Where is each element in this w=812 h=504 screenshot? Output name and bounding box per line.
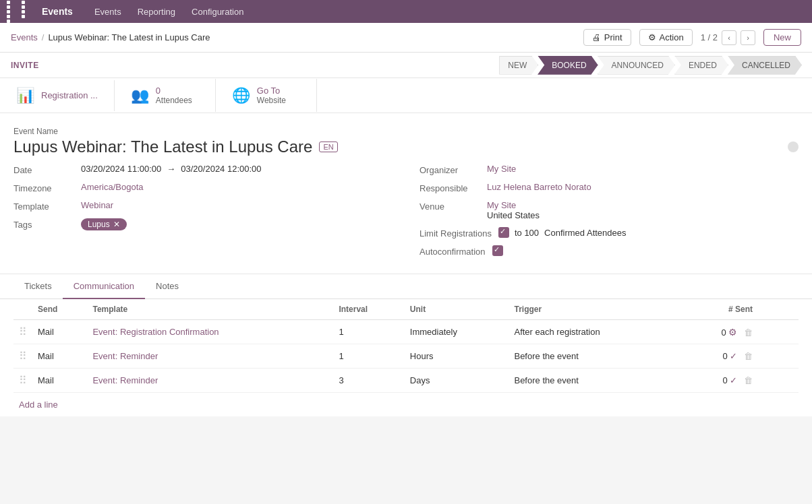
timezone-value[interactable]: America/Bogota [81,182,393,192]
col-send: Send [32,299,87,320]
tag-remove-icon[interactable]: ✕ [113,220,120,229]
drag-handle-icon[interactable]: ⠿ [19,326,27,338]
form-right: Organizer My Site Responsible Luz Helena… [419,160,799,260]
website-label: Website [257,96,286,105]
template-cell-1[interactable]: Event: Registration Confirmation [87,320,333,344]
check-icon-3[interactable]: ✓ [730,375,737,385]
sent-count-3: 0 [723,375,728,385]
limit-label: Limit Registrations [419,227,492,239]
website-smart-btn[interactable]: 🌐 Go To Website [216,79,317,112]
trash-icon-3[interactable]: 🗑 [744,375,753,385]
secondary-actions: 🖨 Print ⚙ Action 1 / 2 ‹ › New [583,29,801,46]
drag-handle-icon[interactable]: ⠿ [19,375,27,386]
autoconfirm-checkbox[interactable] [492,245,503,256]
autoconfirm-label: Autoconfirmation [419,245,486,257]
unit-cell-3: Days [405,369,509,393]
table-row: ⠿ Mail Event: Reminder 3 Days Before the… [13,369,799,393]
step-new-label: NEW [508,61,527,70]
template-cell-3[interactable]: Event: Reminder [87,369,333,393]
trigger-cell-1: After each registration [509,320,682,344]
date-start[interactable]: 03/20/2024 11:00:00 [81,164,161,174]
pipeline-step-booked[interactable]: BOOKED [538,56,598,75]
invite-bar: INVITE NEW BOOKED ANNOUNCED ENDED CANCEL… [0,53,812,78]
drag-handle-cell-3: ⠿ [13,369,32,393]
tab-notes[interactable]: Notes [145,274,190,299]
sent-count-2: 0 [723,351,728,361]
registration-btn-text: Registration ... [41,90,98,100]
tags-label: Tags [13,218,74,230]
check-icon-2[interactable]: ✓ [730,351,737,361]
timezone-field-row: Timezone America/Bogota [13,179,393,197]
interval-cell-1: 1 [333,320,404,344]
template-cell-2[interactable]: Event: Reminder [87,344,333,369]
registration-smart-btn[interactable]: 📊 Registration ... [0,80,115,111]
col-actions [758,299,799,320]
pipeline-step-new[interactable]: NEW [499,56,538,75]
breadcrumb-parent[interactable]: Events [11,32,38,42]
col-template: Template [87,299,333,320]
communication-table-area: Send Template Interval Unit Trigger # Se… [0,299,812,416]
date-label: Date [13,164,74,175]
pipeline-step-cancelled[interactable]: CANCELLED [728,56,802,75]
send-cell-2: Mail [32,344,87,369]
step-cancelled-label: CANCELLED [742,61,790,70]
send-cell-3: Mail [32,369,87,393]
template-value[interactable]: Webinar [81,200,393,210]
venue-name[interactable]: My Site [487,200,799,210]
table-row: ⠿ Mail Event: Registration Confirmation … [13,320,799,344]
responsible-value[interactable]: Luz Helena Barreto Norato [487,182,799,192]
print-label: Print [604,32,622,42]
trash-icon-2[interactable]: 🗑 [744,351,753,361]
nav-item-events[interactable]: Events [86,0,129,23]
attendees-icon: 👥 [131,87,149,104]
sent-cell-3: 0 ✓ 🗑 [683,369,758,393]
communication-table: Send Template Interval Unit Trigger # Se… [13,299,799,393]
tabs-bar: Tickets Communication Notes [0,274,812,299]
invite-button[interactable]: INVITE [11,61,39,70]
form-area: Event Name Lupus Webinar: The Latest in … [0,113,812,274]
pipeline-step-ended[interactable]: ENDED [674,56,728,75]
globe-icon: 🌐 [232,87,250,104]
action-button[interactable]: ⚙ Action [639,29,693,46]
attendees-smart-btn[interactable]: 👥 0 Attendees [115,79,216,112]
trash-icon-1[interactable]: 🗑 [744,327,753,338]
add-line-button[interactable]: Add a line [13,393,63,416]
printer-icon: 🖨 [592,32,601,42]
title-en: Lupus Webinar: The Latest in Lupus Care … [13,137,338,156]
pager-next[interactable]: › [741,30,755,45]
autoconfirm-field-row: Autoconfirmation [419,242,799,260]
tab-communication[interactable]: Communication [63,274,145,299]
limit-checkbox[interactable] [498,227,509,238]
action-label: Action [660,32,684,42]
breadcrumb-separator: / [42,32,45,42]
pipeline-step-announced[interactable]: ANNOUNCED [598,56,675,75]
date-end[interactable]: 03/20/2024 12:00:00 [181,164,261,174]
col-unit: Unit [405,299,509,320]
nav-item-configuration[interactable]: Configuration [183,0,252,23]
app-name[interactable]: Events [42,6,73,17]
pager-prev[interactable]: ‹ [722,30,736,45]
print-button[interactable]: 🖨 Print [583,29,631,46]
col-drag [13,299,32,320]
pager-count: 1 / 2 [701,32,718,42]
new-button[interactable]: New [763,29,801,46]
date-field-row: Date 03/20/2024 11:00:00 → 03/20/2024 12… [13,160,393,179]
chart-icon: 📊 [16,87,34,104]
gear-icon: ⚙ [648,32,656,42]
drag-handle-icon[interactable]: ⠿ [19,350,27,362]
action-cell-2 [758,344,799,369]
limit-row: to 100 Confirmed Attendees [498,227,627,238]
event-title[interactable]: Lupus Webinar: The Latest in Lupus Care [13,137,312,156]
tab-tickets[interactable]: Tickets [13,274,63,299]
attendees-count: 0 [156,86,161,96]
form-left: Date 03/20/2024 11:00:00 → 03/20/2024 12… [13,160,393,260]
registration-label: Registration ... [41,90,98,100]
breadcrumb: Events / Lupus Webinar: The Latest in Lu… [11,32,210,42]
sent-count-1: 0 [722,327,726,338]
trigger-cell-2: Before the event [509,344,682,369]
template-field-row: Template Webinar [13,197,393,215]
organizer-value[interactable]: My Site [487,164,799,174]
app-grid-icon[interactable] [7,1,35,23]
nav-item-reporting[interactable]: Reporting [129,0,183,23]
gear-icon[interactable]: ⚙ [728,327,737,338]
